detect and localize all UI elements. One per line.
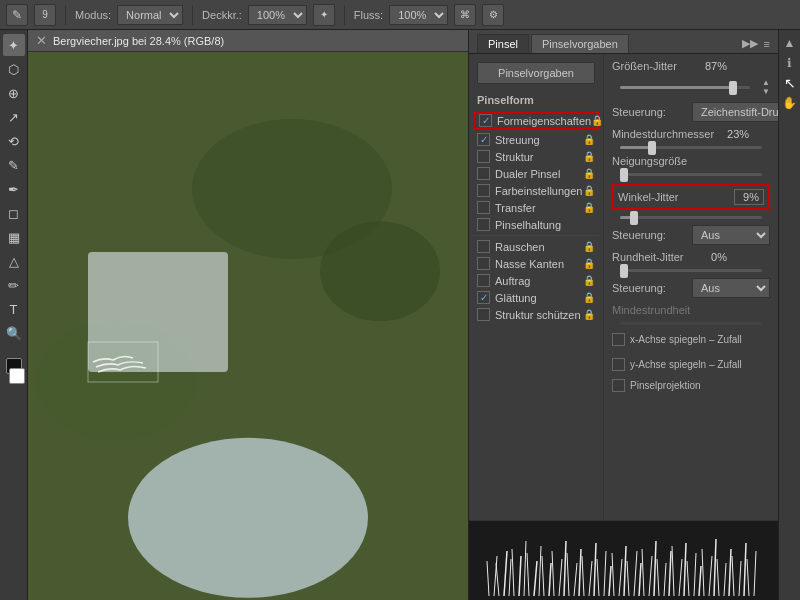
panel-forward-btn[interactable]: ▶▶ [742,37,758,50]
divider2 [192,5,193,25]
lasso-tool[interactable]: ⬡ [3,58,25,80]
modus-select[interactable]: Normal [117,5,183,25]
cursor-icon[interactable]: ↖ [781,74,799,92]
fluss-label: Fluss: [354,9,383,21]
deckr-label: Deckkr.: [202,9,242,21]
brush-prop-streuung[interactable]: Streuung 🔒 [469,131,603,148]
brush-prop-rauschen[interactable]: Rauschen 🔒 [469,238,603,255]
lock-struktur-schutz: 🔒 [583,309,595,321]
steuerung2-select[interactable]: Aus [692,225,770,245]
top-toolbar: ✎ 9 Modus: Normal Deckkr.: 100% ✦ Fluss:… [0,0,800,30]
checkbox-y-achse[interactable] [612,358,625,371]
brush-prop-transfer[interactable]: Transfer 🔒 [469,199,603,216]
label-transfer: Transfer [495,202,583,214]
zoom-tool[interactable]: 🔍 [3,322,25,344]
checkbox-dualer-pinsel[interactable] [477,167,490,180]
neigungs-row: Neigungsgröße [612,155,770,167]
stamp-tool[interactable]: ✒ [3,178,25,200]
lock-nasse-kanten: 🔒 [583,258,595,270]
brush-prop-auftrag[interactable]: Auftrag 🔒 [469,272,603,289]
winkel-jitter-row: Winkel-Jitter 9% [612,184,770,210]
move-tool[interactable]: ↗ [3,106,25,128]
checkbox-nasse-kanten[interactable] [477,257,490,270]
brush-settings-panel: Größen-Jitter 87% ▲ ▼ [604,54,778,520]
brush-prop-farbeinstellungen[interactable]: Farbeinstellungen 🔒 [469,182,603,199]
brush-prop-struktur[interactable]: Struktur 🔒 [469,148,603,165]
brush-tool-icon[interactable]: ✎ [6,4,28,26]
right-dual: Pinselvorgaben Pinselform Formeigenschaf… [469,54,778,520]
hand-icon[interactable]: ✋ [781,94,799,112]
heal-tool[interactable]: ⟲ [3,130,25,152]
label-formeigenschaften: Formeigenschaften [497,115,591,127]
brush-prop-dualer-pinsel[interactable]: Dualer Pinsel 🔒 [469,165,603,182]
checkbox-streuung[interactable] [477,133,490,146]
svg-rect-7 [469,521,778,601]
settings-icon[interactable]: ⚙ [482,4,504,26]
slider-down-arrow[interactable]: ▼ [762,87,770,96]
brush-size-field[interactable]: 9 [34,4,56,26]
type-tool[interactable]: T [3,298,25,320]
brush-prop-formeigenschaften[interactable]: Formeigenschaften 🔒 [473,111,599,130]
panel-menu-btn[interactable]: ≡ [764,38,770,50]
tablet-icon[interactable]: ⌘ [454,4,476,26]
checkbox-glattung[interactable] [477,291,490,304]
lock-glattung: 🔒 [583,292,595,304]
label-dualer-pinsel: Dualer Pinsel [495,168,583,180]
brush-prop-pinselhaltung[interactable]: Pinselhaltung [469,216,603,233]
fluss-select[interactable]: 100% [389,5,448,25]
dodge-tool[interactable]: △ [3,250,25,272]
checkbox-pinselhaltung[interactable] [477,218,490,231]
close-canvas-btn[interactable]: ✕ [36,33,47,48]
eraser-tool[interactable]: ◻ [3,202,25,224]
pen-tool[interactable]: ✏ [3,274,25,296]
grossen-jitter-slider[interactable] [620,86,750,89]
main-area: ✦ ⬡ ⊕ ↗ ⟲ ✎ ✒ ◻ ▦ △ ✏ T 🔍 ✕ Bergviecher.… [0,30,800,600]
brush-tool[interactable]: ✎ [3,154,25,176]
mindest-row: Mindestdurchmesser 23% [612,128,770,140]
steuerung3-select[interactable]: Aus [692,278,770,298]
checkbox-auftrag[interactable] [477,274,490,287]
neigungs-slider[interactable] [620,173,762,176]
checkbox-x-achse[interactable] [612,333,625,346]
brush-sep1 [473,235,599,236]
panel-toggle-btn[interactable]: ▲ [781,34,799,52]
checkbox-farbeinstellungen[interactable] [477,184,490,197]
crop-tool[interactable]: ⊕ [3,82,25,104]
lock-dualer-pinsel: 🔒 [583,168,595,180]
mindest-slider[interactable] [620,146,762,149]
mindest-rundheit-slider[interactable] [620,322,762,325]
brush-prop-struktur-schutz[interactable]: Struktur schützen 🔒 [469,306,603,323]
brush-prop-glattung[interactable]: Glättung 🔒 [469,289,603,306]
slider-up-arrow[interactable]: ▲ [762,78,770,87]
brush-prop-nasse-kanten[interactable]: Nasse Kanten 🔒 [469,255,603,272]
y-achse-row: y-Achse spiegeln – Zufall [612,358,742,371]
tab-pinsel[interactable]: Pinsel [477,34,529,53]
background-color[interactable] [9,368,25,384]
label-glattung: Glättung [495,292,583,304]
winkel-jitter-slider[interactable] [620,216,762,219]
checkbox-transfer[interactable] [477,201,490,214]
checkbox-struktur-schutz[interactable] [477,308,490,321]
canvas-content[interactable] [28,52,468,600]
steuerung1-select[interactable]: Zeichenstift-Druck [692,102,778,122]
gradient-tool[interactable]: ▦ [3,226,25,248]
lock-auftrag: 🔒 [583,275,595,287]
checkbox-struktur[interactable] [477,150,490,163]
panel-tabs: Pinsel Pinselvorgaben ▶▶ ≡ [469,30,778,54]
canvas-title: Bergviecher.jpg bei 28.4% (RGB/8) [53,35,224,47]
left-toolbox: ✦ ⬡ ⊕ ↗ ⟲ ✎ ✒ ◻ ▦ △ ✏ T 🔍 [0,30,28,600]
info-icon[interactable]: ℹ [781,54,799,72]
rundheit-slider[interactable] [620,269,762,272]
deckr-select[interactable]: 100% [248,5,307,25]
modus-label: Modus: [75,9,111,21]
tab-pinselvorgaben[interactable]: Pinselvorgaben [531,34,629,53]
airbrush-icon[interactable]: ✦ [313,4,335,26]
checkbox-pinsel-proj[interactable] [612,379,625,392]
label-y-achse: y-Achse spiegeln – Zufall [630,359,742,370]
select-tool[interactable]: ✦ [3,34,25,56]
mindest-rundheit-label: Mindestrundheit [612,304,692,316]
checkbox-rauschen[interactable] [477,240,490,253]
pinselvorgaben-button[interactable]: Pinselvorgaben [477,62,595,84]
checkbox-formeigenschaften[interactable] [479,114,492,127]
lock-struktur: 🔒 [583,151,595,163]
